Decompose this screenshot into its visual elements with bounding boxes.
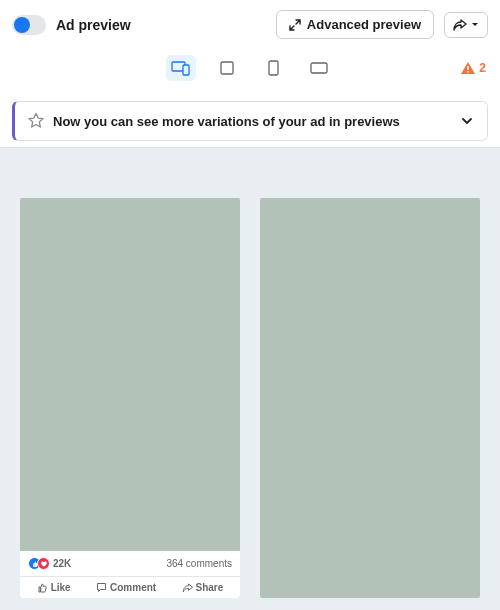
preview-card-alt: [260, 198, 480, 598]
warning-indicator[interactable]: 2: [461, 61, 486, 75]
comment-label: Comment: [110, 582, 156, 593]
share-label: Share: [196, 582, 224, 593]
svg-rect-2: [221, 62, 233, 74]
page-title: Ad preview: [56, 17, 266, 33]
svg-rect-1: [183, 65, 189, 75]
share-dropdown-button[interactable]: [444, 12, 488, 38]
share-arrow-icon: [453, 19, 467, 31]
device-square-button[interactable]: [212, 55, 242, 81]
preview-card-feed: 22K 364 comments Like Comment Share: [20, 198, 240, 598]
square-icon: [220, 61, 234, 75]
reactions-count: 22K: [53, 558, 71, 569]
like-label: Like: [51, 582, 71, 593]
device-preview-selector: [166, 55, 334, 81]
reactions-summary[interactable]: 22K: [28, 557, 71, 570]
portrait-icon: [268, 60, 279, 76]
ad-preview-toggle[interactable]: [12, 15, 46, 35]
warning-count: 2: [479, 61, 486, 75]
star-icon: [27, 112, 45, 130]
caret-down-icon: [471, 21, 479, 29]
landscape-icon: [310, 62, 328, 74]
post-footer: 22K 364 comments Like Comment Share: [20, 551, 240, 598]
share-icon: [182, 583, 193, 593]
share-button[interactable]: Share: [182, 582, 224, 593]
comment-button[interactable]: Comment: [96, 582, 156, 593]
device-landscape-button[interactable]: [304, 55, 334, 81]
device-all-button[interactable]: [166, 55, 196, 81]
svg-rect-3: [269, 61, 278, 75]
love-reaction-icon: [37, 557, 50, 570]
comments-count[interactable]: 364 comments: [166, 558, 232, 569]
thumb-up-icon: [37, 582, 48, 593]
svg-rect-4: [311, 63, 327, 73]
advanced-preview-button[interactable]: Advanced preview: [276, 10, 434, 39]
device-portrait-button[interactable]: [258, 55, 288, 81]
svg-rect-5: [468, 66, 470, 70]
warning-triangle-icon: [461, 62, 475, 75]
svg-rect-6: [468, 71, 470, 73]
advanced-preview-label: Advanced preview: [307, 17, 421, 32]
devices-icon: [171, 60, 191, 76]
chevron-down-icon: [459, 114, 475, 128]
comment-icon: [96, 582, 107, 593]
expand-icon: [289, 19, 301, 31]
banner-text: Now you can see more variations of your …: [53, 114, 451, 129]
info-banner[interactable]: Now you can see more variations of your …: [12, 101, 488, 141]
like-button[interactable]: Like: [37, 582, 71, 593]
